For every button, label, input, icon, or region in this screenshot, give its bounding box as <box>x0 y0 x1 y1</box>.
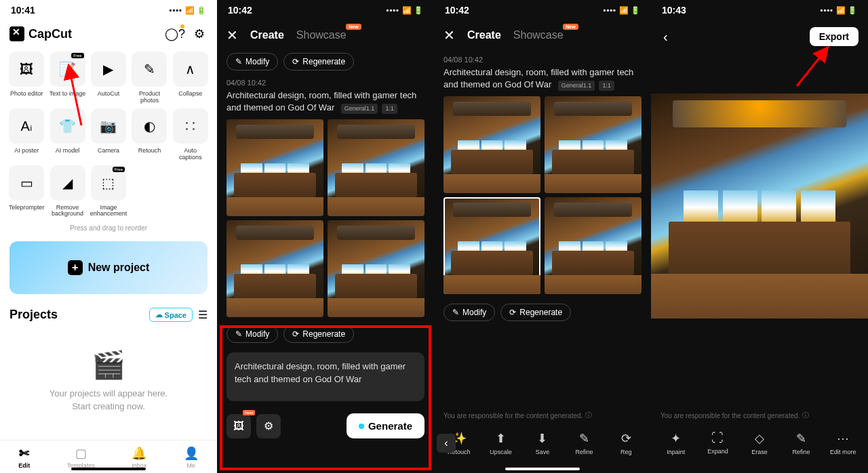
ratio-tag: 1:1 <box>599 81 614 91</box>
generated-image-2[interactable] <box>545 96 642 193</box>
projects-title: Projects <box>9 308 58 322</box>
app-header: CapCut ◯? ⚙ <box>0 20 217 47</box>
projects-header: Projects ☁ Space ☰ <box>0 301 217 329</box>
create-screen: 10:42 •••• 📶 🔋 ✕ Create ShowcaseNew ✎ Mo… <box>217 0 434 473</box>
tab-showcase[interactable]: ShowcaseNew <box>513 29 564 41</box>
tool-remove-bg[interactable]: ◢Remove background <box>49 165 85 218</box>
preview-image[interactable] <box>651 94 868 318</box>
disclaimer: You are responsible for the content gene… <box>434 405 651 426</box>
tool-edit-more[interactable]: ⋯Edit more <box>827 431 859 455</box>
status-bar: 10:42 •••• 📶 🔋 <box>217 0 434 20</box>
status-bar: 10:43 •••• 📶 🔋 <box>651 0 868 20</box>
empty-text: Your projects will appear here. Start cr… <box>14 388 203 412</box>
timestamp: 04/08 10:42 <box>217 73 434 88</box>
annotation-arrow <box>64 68 85 129</box>
prompt-text: Architectural design, room, filled with … <box>434 65 651 96</box>
tool-reg[interactable]: ⟳Reg <box>610 431 642 455</box>
help-icon[interactable]: ◯? <box>167 26 183 42</box>
tab-create[interactable]: Create <box>250 29 284 41</box>
tab-showcase[interactable]: ShowcaseNew <box>296 29 347 41</box>
new-project-button[interactable]: + New project <box>9 241 208 294</box>
tool-photo-editor[interactable]: 🖼Photo editor <box>8 52 45 104</box>
tool-auto-captions[interactable]: ⸬Auto captions <box>172 108 209 161</box>
ratio-tag: 1:1 <box>382 104 397 114</box>
close-icon[interactable]: ✕ <box>443 27 455 43</box>
reorder-hint: Press and drag to reorder <box>0 222 217 234</box>
image-grid <box>434 96 651 294</box>
status-icons: •••• 📶 🔋 <box>170 6 206 15</box>
capcut-home-screen: 10:41 •••• 📶 🔋 CapCut ◯? ⚙ 🖼Photo editor… <box>0 0 217 473</box>
settings-icon[interactable]: ⚙ <box>191 26 208 42</box>
plus-icon: + <box>68 260 83 275</box>
action-pills-2: ✎ Modify ⟳ Regenerate <box>217 323 434 346</box>
settings-button[interactable]: ⚙ <box>256 414 281 438</box>
svg-line-3 <box>797 52 824 86</box>
tool-product-photos[interactable]: ✎Product photos <box>131 52 167 104</box>
tool-grid: 🖼Photo editor Free📝Text to image ▶AutoCu… <box>0 47 217 222</box>
nav-templates[interactable]: ▢Templates <box>67 446 95 469</box>
home-indicator <box>505 468 580 470</box>
chevron-left-icon[interactable]: ‹ <box>437 434 456 453</box>
status-icons: •••• 📶 🔋 <box>387 6 423 15</box>
generated-image-1[interactable] <box>226 119 323 216</box>
close-icon[interactable]: ✕ <box>226 27 238 43</box>
tool-refine[interactable]: ✎Refine <box>569 431 600 455</box>
menu-icon[interactable]: ☰ <box>198 308 208 321</box>
image-ref-button[interactable]: 🖼New <box>226 414 251 438</box>
nav-me[interactable]: 👤Me <box>184 446 199 469</box>
tool-teleprompter[interactable]: ▭Teleprompter <box>8 165 45 218</box>
timestamp: 04/08 10:42 <box>434 50 651 65</box>
back-icon[interactable]: ‹ <box>660 29 671 45</box>
generated-image-4[interactable] <box>328 220 425 317</box>
select-screen: 10:42 •••• 📶 🔋 ✕ Create ShowcaseNew 04/0… <box>434 0 651 473</box>
regenerate-button[interactable]: ⟳ Regenerate <box>500 304 571 321</box>
modify-button[interactable]: ✎ Modify <box>443 304 495 321</box>
nav-edit[interactable]: ✄Edit <box>18 446 30 469</box>
tabs: ✕ Create ShowcaseNew <box>434 20 651 50</box>
tool-upscale[interactable]: ⬆Upscale <box>485 431 516 455</box>
tool-image-enhance[interactable]: Free⬚Image enhancement <box>90 165 127 218</box>
generated-image-3[interactable] <box>226 220 323 317</box>
tool-refine[interactable]: ✎Refine <box>786 431 817 455</box>
tab-create[interactable]: Create <box>467 29 501 41</box>
generated-image-3-selected[interactable] <box>443 197 540 294</box>
clock: 10:42 <box>445 5 469 16</box>
prompt-text: Architectural design, room, filled with … <box>217 88 434 119</box>
model-tag: General1.1 <box>558 81 595 91</box>
model-tag: General1.1 <box>341 104 378 114</box>
tool-inpaint[interactable]: ✦Inpaint <box>660 431 692 455</box>
generate-row: 🖼New ⚙ Generate <box>217 408 434 444</box>
export-screen: 10:43 •••• 📶 🔋 ‹ Export You are responsi… <box>651 0 868 473</box>
tool-ai-poster[interactable]: AᵢAI poster <box>8 108 45 161</box>
export-button[interactable]: Export <box>810 27 859 46</box>
generated-image-2[interactable] <box>328 119 425 216</box>
home-indicator <box>288 468 363 470</box>
new-project-label: New project <box>88 262 150 274</box>
action-pills: ✎ Modify ⟳ Regenerate <box>434 301 651 324</box>
clock: 10:43 <box>662 5 686 16</box>
logo-text: CapCut <box>28 27 72 41</box>
capcut-logo: CapCut <box>9 26 72 41</box>
status-icons: •••• 📶 🔋 <box>604 6 640 15</box>
tool-autocut[interactable]: ▶AutoCut <box>90 52 127 104</box>
nav-inbox[interactable]: 🔔Inbox <box>132 446 146 469</box>
tool-collapse[interactable]: ∧Collapse <box>172 52 209 104</box>
export-header: ‹ Export <box>651 20 868 53</box>
tool-expand[interactable]: ⛶Expand <box>702 431 733 455</box>
generated-image-4[interactable] <box>545 197 642 294</box>
generated-image-1[interactable] <box>443 96 540 193</box>
modify-button[interactable]: ✎ Modify <box>226 53 278 70</box>
modify-button-2[interactable]: ✎ Modify <box>226 325 278 343</box>
empty-projects: 🎬 Your projects will appear here. Start … <box>0 329 217 432</box>
space-button[interactable]: ☁ Space <box>149 308 193 322</box>
generate-button[interactable]: Generate <box>347 413 425 438</box>
regenerate-button-2[interactable]: ⟳ Regenerate <box>283 325 354 343</box>
prompt-input[interactable]: Architectural design, room, filled with … <box>226 352 425 401</box>
tool-erase[interactable]: ◇Erase <box>744 431 775 455</box>
tool-save[interactable]: ⬇Save <box>527 431 558 455</box>
svg-line-1 <box>70 71 81 125</box>
edit-toolbar: ‹ ✨Retouch ⬆Upscale ⬇Save ✎Refine ⟳Reg <box>434 426 651 461</box>
tool-camera[interactable]: 📷Camera <box>90 108 127 161</box>
tool-retouch[interactable]: ◐Retouch <box>131 108 167 161</box>
regenerate-button[interactable]: ⟳ Regenerate <box>283 53 354 70</box>
